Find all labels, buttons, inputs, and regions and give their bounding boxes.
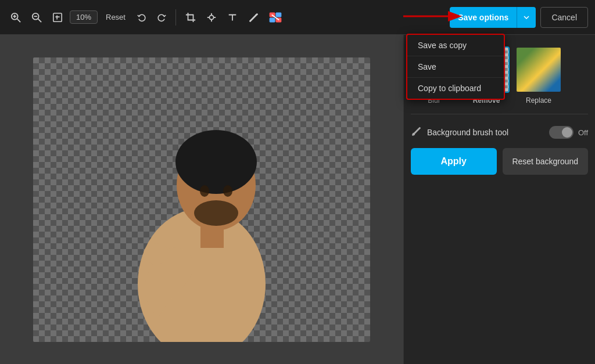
separator-1 [175, 9, 176, 26]
text-button[interactable] [224, 9, 241, 26]
fit-button[interactable] [49, 9, 66, 26]
svg-point-24 [200, 185, 209, 197]
toolbar-right: Save options Cancel [450, 7, 588, 28]
zoom-out-button[interactable] [28, 9, 45, 26]
svg-line-5 [38, 19, 41, 21]
toggle-wrapper: Off [549, 126, 588, 139]
save-options-button[interactable]: Save options [450, 7, 517, 28]
redo-button[interactable] [153, 9, 170, 26]
save-item[interactable]: Save [407, 56, 504, 77]
divider-1 [411, 114, 588, 114]
brush-tool-row: Background brush tool Off [411, 124, 588, 141]
cancel-button[interactable]: Cancel [540, 7, 588, 28]
toolbar: 10% Reset [0, 0, 595, 35]
toggle-off-label: Off [578, 128, 588, 137]
toolbar-left: 10% Reset [7, 9, 445, 26]
draw-button[interactable] [245, 9, 262, 26]
reset-button[interactable]: Reset [101, 10, 130, 24]
svg-point-26 [194, 200, 238, 226]
svg-line-1 [17, 19, 20, 21]
svg-rect-7 [53, 13, 62, 21]
save-as-copy-item[interactable]: Save as copy [407, 35, 504, 56]
svg-rect-16 [270, 17, 275, 21]
brush-tool-label: Background brush tool [427, 128, 543, 137]
svg-rect-22 [200, 225, 224, 248]
replace-label: Replace [526, 96, 551, 104]
person-image [103, 63, 300, 342]
svg-rect-15 [276, 12, 281, 16]
crop-tool-button[interactable] [182, 9, 199, 26]
remove-bg-button[interactable] [266, 9, 285, 26]
replace-thumb [515, 46, 562, 93]
brush-icon [411, 126, 421, 139]
main-area: Blur Remove Replace [0, 35, 595, 364]
svg-point-28 [413, 133, 415, 136]
svg-point-8 [209, 15, 213, 19]
save-options-group: Save options [450, 7, 536, 28]
svg-point-25 [223, 185, 232, 197]
svg-point-23 [175, 130, 257, 194]
image-canvas [33, 57, 370, 342]
adjust-button[interactable] [203, 9, 220, 26]
replace-thumb-img [517, 48, 561, 92]
zoom-in-button[interactable] [7, 9, 24, 26]
copy-to-clipboard-item[interactable]: Copy to clipboard [407, 77, 504, 99]
canvas-area [0, 35, 403, 364]
center-tools [182, 9, 285, 26]
reset-background-button[interactable]: Reset background [503, 148, 589, 175]
save-options-chevron-button[interactable] [517, 7, 536, 28]
brush-toggle[interactable] [549, 126, 574, 139]
apply-button[interactable]: Apply [411, 148, 497, 175]
replace-option[interactable]: Replace [515, 46, 562, 104]
undo-button[interactable] [134, 9, 150, 26]
zoom-value: 10% [70, 10, 98, 24]
save-options-dropdown: Save as copy Save Copy to clipboard [406, 34, 505, 100]
action-buttons: Apply Reset background [411, 148, 588, 175]
svg-point-27 [144, 243, 169, 264]
